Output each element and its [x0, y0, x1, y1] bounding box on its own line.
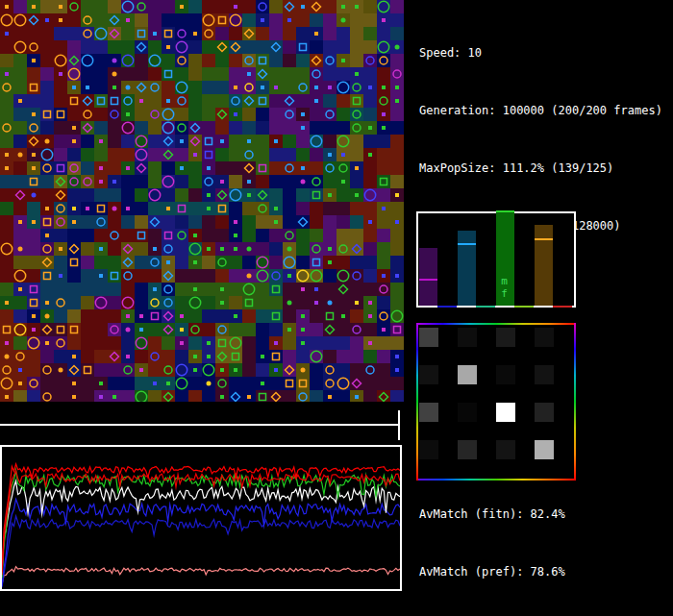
stat-maxpopsize: MaxPopSize: 111.2% (139/125)	[419, 159, 662, 178]
heatmap-cell-r3c1	[419, 403, 438, 422]
heatmap-cell-r4c1	[419, 440, 438, 459]
heatmap-cell-r3c3	[496, 403, 515, 422]
population-bar-chart: m f	[416, 211, 576, 308]
bar-label-male-female: m f	[496, 275, 514, 300]
timeline-thumb[interactable]	[398, 410, 400, 440]
bar-marker-species-1	[419, 279, 437, 281]
stat-avmatch-pref: AvMatch (pref): 78.6%	[419, 562, 662, 581]
bar-marker-species-3	[458, 243, 476, 245]
heatmap-border-top	[416, 323, 576, 325]
heatmap-cell-r2c4	[535, 365, 554, 384]
bar-species-7	[535, 225, 553, 306]
bar-baseline-species-6	[514, 306, 534, 308]
heatmap-cell-r1c1	[419, 328, 438, 347]
world-grid-canvas[interactable]	[0, 0, 404, 402]
simulation-app: Speed: 10 Generation: 100000 (200/200 fr…	[0, 0, 673, 616]
bar-species-1	[419, 248, 437, 306]
heatmap-cell-r2c1	[419, 365, 438, 384]
heatmap-border-right	[574, 323, 576, 480]
heatmap-cell-r2c3	[496, 365, 515, 384]
heatmap-border-left	[416, 323, 418, 480]
bar-clip-cap	[496, 210, 514, 212]
bar-marker-species-7	[535, 238, 553, 240]
bar-species-5: m f	[496, 210, 514, 306]
bar-baseline-species-2	[437, 306, 457, 308]
heatmap-cell-r3c4	[535, 403, 554, 422]
stats-panel: Speed: 10 Generation: 100000 (200/200 fr…	[419, 5, 662, 616]
stat-generation: Generation: 100000 (200/200 frames)	[419, 101, 662, 120]
heatmap-cell-r4c4	[535, 440, 554, 459]
stat-speed: Speed: 10	[419, 43, 662, 62]
bar-baseline-species-8	[553, 306, 572, 308]
history-line-chart	[0, 445, 402, 591]
heatmap-cell-r1c3	[496, 328, 515, 347]
heatmap-cell-r4c3	[496, 440, 515, 459]
line-chart-canvas	[2, 447, 400, 589]
mating-matrix-heatmap	[416, 323, 576, 480]
heatmap-cell-r1c2	[458, 328, 477, 347]
heatmap-cell-r3c2	[458, 403, 477, 422]
heatmap-cell-r1c4	[535, 328, 554, 347]
heatmap-border-bottom	[416, 479, 576, 480]
bar-chart-plot-area: m f	[418, 213, 574, 306]
bar-baseline-species-4	[476, 306, 495, 308]
heatmap-cell-r4c2	[458, 440, 477, 459]
heatmap-cell-r2c2	[458, 365, 477, 384]
timeline-track[interactable]	[0, 424, 400, 426]
bar-species-3	[458, 231, 476, 306]
stat-avmatch-fitn: AvMatch (fitn): 82.4%	[419, 505, 662, 524]
